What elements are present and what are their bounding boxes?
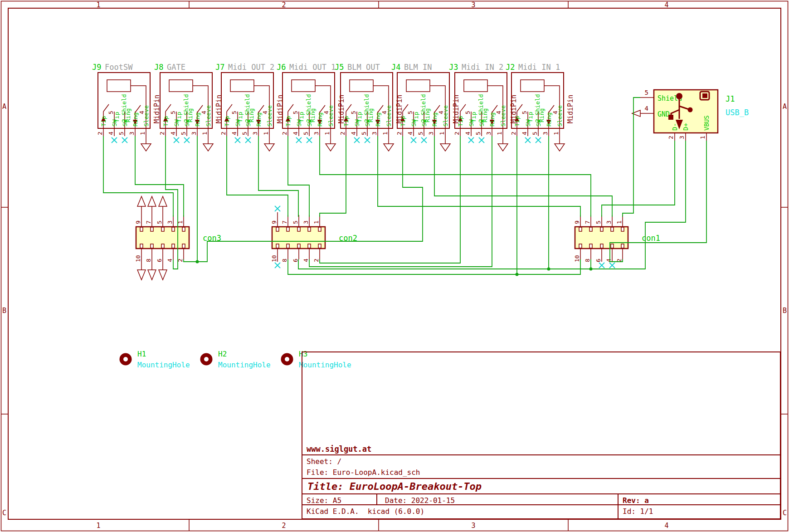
pin-number: 10	[135, 255, 141, 262]
pin-number: 2	[313, 259, 320, 262]
pin-name: Ring	[545, 112, 552, 127]
frame-row-b-right: B	[783, 307, 787, 315]
pin-name-gnd: GND	[658, 110, 670, 118]
pin-number: 8	[584, 259, 591, 262]
pin-name: Sleeve	[327, 105, 334, 127]
connector-ref: J9	[92, 63, 101, 72]
pin-number: 5	[645, 89, 648, 96]
connector-j6[interactable]: J6Midi OUT 1MidiPin542-ShieldTipRingTipS…	[277, 63, 346, 151]
pin-number: 3	[313, 132, 320, 135]
connector-j1-usb[interactable]: 5Shield4GND2D-3D+1VBUSJ1USB_B	[632, 89, 749, 141]
connector-j8[interactable]: J8GATEMidiPin542-ShieldTipRingTipSWSWRin…	[154, 63, 223, 151]
pin-notch	[589, 227, 592, 231]
mounting-hole-h2[interactable]: H2MountingHole	[200, 350, 271, 369]
frame-col-1-top: 1	[96, 1, 100, 9]
usb-plug-icon-inner	[702, 93, 707, 98]
header-ref: con1	[642, 234, 660, 243]
pin-notch	[621, 227, 624, 231]
pin-number: 7	[281, 220, 288, 224]
shield-symbol	[230, 80, 254, 92]
pin-number: 5	[595, 220, 602, 224]
title-block-divider	[302, 454, 780, 455]
pin-notch	[579, 244, 582, 248]
pin-number: 3	[166, 220, 173, 224]
usb-ref: J1	[726, 94, 735, 103]
frame-col-3-bottom: 3	[471, 522, 475, 530]
wire	[309, 136, 492, 267]
pin-name: Tip	[100, 116, 107, 127]
pin-name: Tip	[162, 116, 169, 127]
header-con1[interactable]: con191078563412	[574, 215, 660, 268]
pin-number: 4	[350, 132, 357, 135]
title-block-size: Size: A5	[307, 496, 341, 505]
pin-number: 1	[496, 132, 503, 135]
header-con2[interactable]: con291078563412	[271, 206, 357, 268]
pin-name: Sleeve	[500, 105, 507, 127]
pin-notch	[611, 244, 614, 248]
connector-j9[interactable]: J9FootSWMidiPin542-ShieldTipRingTipSWSWR…	[92, 63, 161, 151]
pin-number: 2	[510, 132, 517, 135]
wire-junction	[547, 268, 550, 271]
mounting-hole-h1[interactable]: H1MountingHole	[120, 350, 190, 369]
gnd-symbol	[498, 144, 508, 151]
pin-number: 2	[159, 132, 166, 135]
pin-notch	[621, 244, 624, 248]
pin-number: 3	[252, 132, 258, 135]
pin-number: 4	[464, 132, 471, 135]
connector-j7[interactable]: J7Midi OUT 2MidiPin542-ShieldTipRingTipS…	[215, 63, 284, 151]
pin-name: Ring	[132, 112, 139, 127]
arrow-up-symbol	[159, 196, 167, 206]
frame-row-a-right: A	[783, 102, 787, 111]
wire	[227, 136, 288, 217]
wire	[298, 259, 549, 269]
wire	[378, 136, 580, 217]
pin-notch	[297, 227, 300, 231]
pin-notch	[140, 244, 143, 248]
title-block-sheet: Sheet: /	[307, 457, 341, 466]
pin-number: 5	[156, 220, 163, 224]
pin-number: 2	[396, 132, 403, 135]
pin-name: SW	[468, 119, 475, 127]
pin-name: Ring	[431, 112, 438, 127]
pin-number: 9	[271, 220, 278, 224]
pin-name: Tip	[514, 116, 521, 127]
frame-row-c-right: C	[783, 509, 787, 517]
pin-number: 5	[292, 220, 299, 224]
pin-name: Ring	[194, 112, 201, 127]
switch-line	[288, 104, 293, 112]
pin-name: SW	[525, 119, 531, 127]
pin-name: SW	[173, 119, 180, 127]
pin-name: Sleeve	[442, 105, 449, 127]
wire	[602, 141, 675, 217]
pin-notch	[276, 227, 279, 231]
gnd-symbol	[440, 144, 450, 151]
schematic-sheet[interactable]: J9FootSWMidiPin542-ShieldTipRingTipSWSWR…	[0, 0, 789, 532]
pin-number: 4	[302, 259, 309, 262]
gnd-symbol	[203, 144, 213, 151]
pin-name: Tip	[285, 116, 292, 127]
pin-number: 4	[645, 105, 648, 112]
connector-name: BLM IN	[404, 63, 432, 72]
arrow-down-symbol	[148, 270, 156, 280]
pin-name: Tip	[457, 116, 464, 127]
pin-number: 1	[553, 132, 560, 135]
title-block-divider	[302, 504, 780, 505]
pin-number: 2	[339, 132, 346, 135]
frame-col-4-top: 4	[664, 1, 668, 9]
gnd-symbol	[384, 144, 394, 151]
title-block-file: File: Euro-LoopA.kicad_sch	[307, 468, 420, 477]
pin-number: 3	[485, 132, 492, 135]
pin-notch	[600, 244, 603, 248]
title-block: www.siglgut.at Sheet: / File: Euro-LoopA…	[302, 351, 781, 519]
pin-name: SW	[122, 119, 128, 127]
pin-name: Sleeve	[205, 105, 212, 127]
pin-notch	[297, 244, 300, 248]
wire-junction	[196, 260, 199, 264]
pin-number: 8	[281, 259, 288, 262]
pin-number: 1	[263, 132, 269, 135]
frame-col-4-bottom: 4	[664, 522, 668, 530]
pin-number: 1	[324, 132, 331, 135]
pin-number: 1	[438, 132, 445, 135]
title-block-divider	[618, 493, 619, 519]
frame-row-b-left: B	[2, 307, 6, 315]
